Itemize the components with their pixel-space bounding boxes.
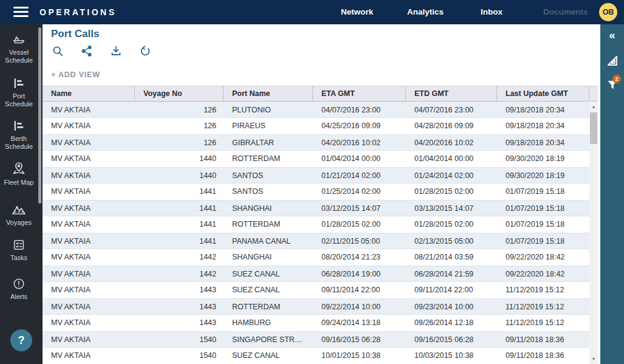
table-row[interactable]: MV AKTAIA1443ROTTERDAM09/22/2014 10:0009… <box>43 298 589 315</box>
table-cell: 11/12/2019 15:12 <box>497 282 589 298</box>
table-cell: 10/03/2015 10:38 <box>406 348 497 364</box>
sidebar-item-vessel-schedule[interactable]: Vessel Schedule <box>0 33 38 64</box>
table-cell: ROTTERDAM <box>224 151 313 167</box>
table-cell: 1443 <box>135 282 224 298</box>
table-cell: 126 <box>135 118 224 134</box>
table-cell: 04/25/2016 09:09 <box>313 118 406 134</box>
table-cell: 01/07/2019 15:18 <box>497 184 589 200</box>
filter-badge[interactable]: 2 <box>612 75 621 83</box>
table-cell: 09/18/2018 20:34 <box>497 135 589 150</box>
column-header-port-name[interactable]: Port Name <box>224 86 313 101</box>
gantt-icon <box>0 77 38 90</box>
scroll-down-icon[interactable]: ▼ <box>589 355 598 363</box>
toolbar <box>51 45 152 61</box>
table-row[interactable]: MV AKTAIA1442SHANGHAI08/20/2014 21:2308/… <box>43 249 589 266</box>
column-header-voyage-no[interactable]: Voyage No <box>135 86 224 101</box>
table-cell: 04/20/2016 10:02 <box>406 135 497 150</box>
table-row[interactable]: MV AKTAIA126GIBRALTAR04/20/2016 10:0204/… <box>43 134 589 151</box>
sidebar-item-label: Voyages <box>0 219 38 227</box>
column-header-name[interactable]: Name <box>43 86 135 101</box>
nav-item-analytics[interactable]: Analytics <box>407 7 444 16</box>
table-cell: 09/30/2020 18:19 <box>497 168 589 183</box>
sidebar-item-tasks[interactable]: Tasks <box>0 238 38 262</box>
table-cell: 01/04/2014 00:00 <box>406 151 497 167</box>
table-cell: 1443 <box>135 315 224 331</box>
table-row[interactable]: MV AKTAIA1442SUEZ CANAL06/28/2014 19:000… <box>43 266 589 282</box>
app-title: OPERATIONS <box>39 7 117 17</box>
sidebar-item-berth-schedule[interactable]: Berth Schedule <box>0 119 38 151</box>
table-cell: 1441 <box>135 184 224 200</box>
collapse-panel-icon[interactable]: « <box>600 29 624 42</box>
scrollbar-thumb[interactable] <box>590 112 597 144</box>
add-view-button[interactable]: + ADD VIEW <box>51 70 100 79</box>
table-row[interactable]: MV AKTAIA1443SUEZ CANAL09/11/2014 22:000… <box>43 282 589 298</box>
hamburger-menu-icon[interactable] <box>13 7 29 18</box>
map-pin-icon <box>0 160 38 176</box>
sidebar-item-voyages[interactable]: Voyages <box>0 204 38 227</box>
sidebar-item-alerts[interactable]: Alerts <box>0 277 38 301</box>
table-cell: SANTOS <box>224 168 313 183</box>
download-icon <box>109 44 123 60</box>
nav-item-inbox[interactable]: Inbox <box>481 7 502 16</box>
sidebar-item-label: Alerts <box>0 293 38 301</box>
undo-icon <box>139 44 152 60</box>
table-cell: 1440 <box>135 151 224 167</box>
table-cell: MV AKTAIA <box>43 332 135 347</box>
table-cell: PANAMA CANAL <box>224 233 313 249</box>
table-cell: 11/12/2019 15:12 <box>497 299 589 314</box>
avatar[interactable]: OB <box>599 3 617 21</box>
table-cell: 01/28/2015 02:00 <box>406 184 497 200</box>
table-row[interactable]: MV AKTAIA126PIRAEUS04/25/2016 09:0904/28… <box>43 118 589 134</box>
scroll-up-icon[interactable]: ▲ <box>589 103 598 111</box>
table-row[interactable]: MV AKTAIA1441SHANGHAI03/12/2015 14:0703/… <box>43 200 589 216</box>
download-button[interactable] <box>109 45 123 60</box>
alert-icon <box>0 277 38 290</box>
table-cell: MV AKTAIA <box>43 266 135 281</box>
table-row[interactable]: MV AKTAIA1443HAMBURG09/24/2014 13:1809/2… <box>43 315 589 331</box>
table-cell: 10/01/2015 10:38 <box>313 348 406 364</box>
table-cell: 09/30/2020 18:19 <box>497 151 589 167</box>
table-cell: 08/20/2014 21:23 <box>313 249 406 266</box>
table-cell: 01/24/2014 02:00 <box>406 168 497 183</box>
table-cell: 1540 <box>135 348 224 364</box>
help-button[interactable]: ? <box>10 329 32 351</box>
table-scrollbar[interactable]: ▲ ▼ <box>589 101 598 364</box>
table-cell: 01/25/2014 02:00 <box>313 184 406 200</box>
table-cell: 09/11/2014 22:00 <box>406 282 497 298</box>
table-row[interactable]: MV AKTAIA1440ROTTERDAM01/04/2014 00:0001… <box>43 151 589 167</box>
share-button[interactable] <box>80 45 94 60</box>
table-cell: 09/16/2015 06:28 <box>313 332 406 347</box>
table-cell: 09/18/2018 20:34 <box>497 102 589 117</box>
table-row[interactable]: MV AKTAIA1441SANTOS01/25/2014 02:0001/28… <box>43 184 589 200</box>
column-header-last-update-gmt[interactable]: Last Update GMT <box>497 86 589 101</box>
search-button[interactable] <box>51 45 64 60</box>
table-cell: MV AKTAIA <box>43 216 135 233</box>
table-row[interactable]: MV AKTAIA1540SINGAPORE STR…09/16/2015 06… <box>43 331 589 348</box>
column-header-eta-gmt[interactable]: ETA GMT <box>313 86 406 101</box>
sidebar-scrollbar[interactable] <box>38 27 41 204</box>
design-mode-button[interactable] <box>605 53 620 68</box>
table-cell: MV AKTAIA <box>43 168 135 183</box>
table-cell: 01/07/2019 15:18 <box>497 201 589 216</box>
app-window: OPERATIONS Network Analytics Inbox Docum… <box>0 0 624 364</box>
table-cell: 126 <box>135 135 224 150</box>
gantt-icon <box>0 119 38 132</box>
nav-item-documents[interactable]: Documents <box>543 7 588 16</box>
table-row[interactable]: MV AKTAIA1441ROTTERDAM01/28/2015 02:0001… <box>43 216 589 233</box>
column-header-etd-gmt[interactable]: ETD GMT <box>406 86 497 101</box>
right-tool-panel: « 2 <box>600 24 624 364</box>
table-cell: 09/22/2020 18:42 <box>497 249 589 266</box>
table-cell: 01/07/2019 15:18 <box>497 216 589 233</box>
table-cell: 04/07/2016 23:00 <box>313 102 406 117</box>
table-cell: 1441 <box>135 233 224 249</box>
table-row[interactable]: MV AKTAIA1441PANAMA CANAL02/11/2015 05:0… <box>43 233 589 249</box>
table-cell: ROTTERDAM <box>224 216 313 233</box>
sidebar-item-fleet-map[interactable]: Fleet Map <box>0 160 38 187</box>
sidebar-item-port-schedule[interactable]: Port Schedule <box>0 77 38 108</box>
table-row[interactable]: MV AKTAIA1540SUEZ CANAL10/01/2015 10:381… <box>43 348 589 364</box>
table-row[interactable]: MV AKTAIA126PLUTONIO04/07/2016 23:0004/0… <box>43 101 589 118</box>
reset-button[interactable] <box>139 45 152 60</box>
nav-item-network[interactable]: Network <box>341 7 373 16</box>
left-sidebar: Vessel Schedule Port Schedule Berth Sche… <box>0 24 43 364</box>
table-row[interactable]: MV AKTAIA1440SANTOS01/21/2014 02:0001/24… <box>43 167 589 184</box>
